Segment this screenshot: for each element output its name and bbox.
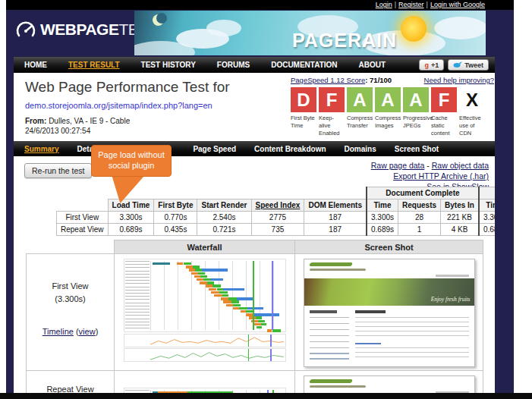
pagerain-banner-ad[interactable]: PAGERAIN	[134, 11, 486, 55]
raw-object-data-link[interactable]: Raw object data	[432, 161, 489, 170]
tab-screenshot[interactable]: Screen Shot	[386, 145, 448, 153]
site-header-links-placeholder	[436, 275, 469, 277]
waterfall-column-header: Waterfall	[115, 240, 295, 254]
tab-content-breakdown[interactable]: Content Breakdown	[245, 145, 335, 153]
results-table: Waterfall Screen Shot First View (3.300s…	[26, 240, 483, 393]
page-screenshot-thumbnail[interactable]: Enjoy fresh fruits	[304, 259, 475, 367]
site-tagline-placeholder	[310, 385, 366, 388]
first-view-row: First View 3.300s 0.770s 2.540s 2775 187…	[57, 212, 496, 224]
tab-pagespeed[interactable]: Page Speed	[184, 145, 245, 153]
tested-url-link[interactable]: demo.storejoomla.org/jsitemap/index.php?…	[25, 101, 212, 110]
repeat-waterfall-thumbnail[interactable]	[124, 388, 286, 394]
col-load-time: Load Time	[108, 200, 154, 212]
link-separator: |	[427, 1, 428, 8]
nav-forums[interactable]: FORUMS	[206, 61, 260, 69]
social-buttons: g+1 Tweet	[419, 59, 495, 71]
nav-home[interactable]: HOME	[14, 61, 58, 69]
bandwidth-chart	[124, 348, 286, 362]
grade-badges: DFirst Byte Time FKeep-alive Enabled ACo…	[291, 87, 494, 137]
pagespeed-score: PageSpeed 1.12 Score: 71/100	[291, 76, 392, 84]
first-view-label-cell: First View (3.300s) Timeline (view)	[27, 254, 115, 371]
site-menu-placeholder	[310, 310, 349, 363]
col-dc-requests: Requests	[398, 200, 441, 212]
site-header: WEBPAGETEST PAGERAIN	[6, 10, 514, 57]
col-first-byte: First Byte	[154, 200, 197, 212]
col-start-render: Start Render	[197, 200, 251, 212]
grade-first-byte[interactable]: DFirst Byte Time	[291, 87, 316, 137]
register-link[interactable]: Register	[398, 1, 424, 8]
repeat-view-waterfall-cell	[115, 370, 295, 393]
annotation-callout: Page load without social plugin	[91, 145, 172, 177]
tab-domains[interactable]: Domains	[335, 145, 386, 153]
nav-documentation[interactable]: DOCUMENTATION	[260, 61, 348, 69]
first-view-waterfall-cell	[115, 254, 295, 371]
grade-keepalive[interactable]: FKeep-alive Enabled	[319, 87, 345, 137]
grade-cache-static[interactable]: FCache static content	[431, 87, 457, 137]
cloud-shape	[206, 20, 241, 36]
test-header-section: Web Page Performance Test for demo.store…	[14, 73, 495, 141]
col-dc-time: Time	[367, 200, 398, 212]
raw-page-data-link[interactable]: Raw page data	[371, 161, 425, 170]
col-speed-index: Speed Index	[251, 200, 304, 212]
login-link[interactable]: Login	[376, 1, 392, 8]
grade-cdn[interactable]: XEffective use of CDN	[459, 87, 485, 137]
timeline-view-link[interactable]: view	[79, 327, 96, 336]
cloud-shape	[434, 17, 486, 39]
banner-title: PAGERAIN	[292, 30, 397, 52]
top-login-bar: Login|Register|Login with Google	[6, 0, 514, 10]
grade-compress-images[interactable]: ACompress Images	[375, 87, 401, 137]
google-plus-one-button[interactable]: g+1	[419, 59, 444, 71]
slide-bottom-bar	[0, 393, 532, 399]
speed-index-link[interactable]: Speed Index	[256, 201, 301, 209]
repeat-screenshot-thumbnail[interactable]: Enjoy fresh fruits	[304, 375, 475, 394]
banner-caption: Enjoy fresh fruits	[431, 296, 471, 303]
cpu-utilization-chart	[124, 334, 286, 347]
slide: Login|Register|Login with Google WEBPAGE…	[0, 0, 532, 399]
rerun-test-button[interactable]: Re-run the test	[24, 163, 92, 178]
google-plus-icon: g	[424, 61, 429, 69]
col-fl-time: Time	[479, 200, 495, 212]
repeat-view-screenshot-cell: Enjoy fresh fruits	[295, 370, 483, 393]
screenshot-column-header: Screen Shot	[295, 240, 483, 254]
col-dc-bytes: Bytes In	[441, 200, 479, 212]
export-har-link[interactable]: Export HTTP Archive (.har)	[393, 171, 489, 181]
first-view-result-row: First View (3.300s) Timeline (view)	[27, 254, 483, 371]
moon-icon	[153, 14, 164, 26]
col-dom-elements: DOM Elements	[304, 200, 367, 212]
tweet-button[interactable]: Tweet	[448, 59, 489, 71]
login-google-link[interactable]: Login with Google	[430, 1, 485, 8]
first-view-screenshot-cell: Enjoy fresh fruits	[295, 254, 483, 371]
waterfall-thumbnail[interactable]	[124, 259, 286, 332]
test-datetime: 24/6/2013 00:27:54	[25, 127, 90, 135]
banana-banner: Enjoy fresh fruits	[304, 278, 474, 306]
test-location: From: Dulles, VA - IE 9 - Cable	[25, 117, 130, 125]
nav-test-history[interactable]: TEST HISTORY	[131, 61, 206, 69]
utilization-charts	[124, 334, 286, 362]
nav-about[interactable]: ABOUT	[348, 61, 397, 69]
nav-test-result[interactable]: TEST RESULT	[58, 61, 131, 69]
waterfall-request-labels	[125, 261, 150, 330]
group-fully-loaded: Fully Loaded	[479, 187, 495, 200]
results-page: Web Page Performance Test for demo.store…	[14, 73, 495, 393]
grade-compress-transfer[interactable]: ACompress Transfer	[347, 87, 373, 137]
tab-summary[interactable]: Summary	[15, 145, 68, 153]
sun-icon	[401, 16, 427, 42]
timeline-link[interactable]: Timeline	[42, 327, 74, 336]
grade-progressive-jpegs[interactable]: AProgressive JPEGs	[403, 87, 429, 137]
site-logo-placeholder	[309, 379, 353, 383]
site-logo-placeholder	[309, 262, 353, 266]
need-help-link[interactable]: Need help improving?	[424, 76, 494, 84]
pagespeed-score-link[interactable]: PageSpeed 1.12 Score	[291, 76, 365, 84]
link-separator: |	[395, 1, 396, 8]
repeat-view-row: Repeat View 0.689s 0.435s 0.721s 735 187…	[57, 224, 496, 236]
pagespeed-grades-area: PageSpeed 1.12 Score: 71/100 Need help i…	[291, 76, 494, 137]
site-tagline-placeholder	[310, 269, 366, 271]
group-document-complete: Document Complete	[367, 187, 479, 200]
waterfall-chart	[150, 261, 284, 330]
page-title: Web Page Performance Test for	[25, 79, 230, 96]
repeat-view-result-row: Repeat View (0.689s)	[27, 370, 483, 393]
webpagetest-screenshot: Login|Register|Login with Google WEBPAGE…	[6, 0, 514, 393]
main-nav: HOME TEST RESULT TEST HISTORY FORUMS DOC…	[14, 57, 495, 73]
pagespeed-score-value: 71/100	[370, 76, 392, 84]
result-tabbar: Summary Details Page Speed Content Break…	[14, 141, 495, 156]
